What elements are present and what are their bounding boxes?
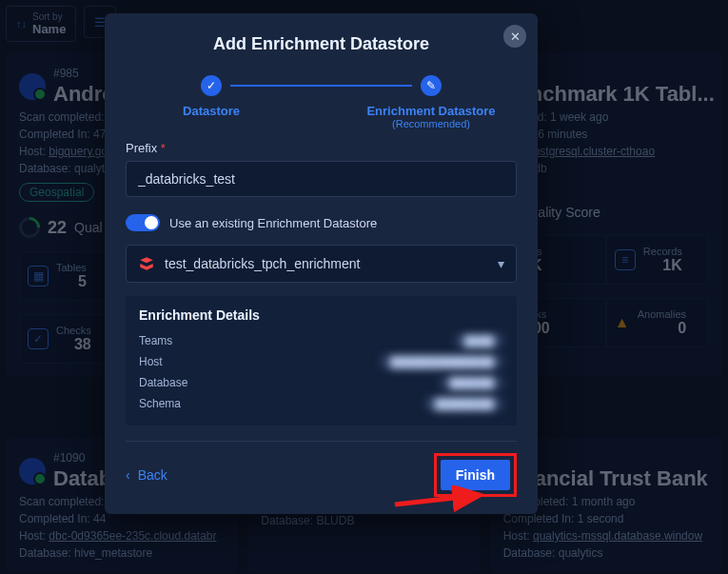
toggle-label: Use an existing Enrichment Datastore [169, 216, 377, 230]
details-title: Enrichment Details [139, 307, 503, 323]
enrichment-details: Enrichment Details Teams████ Host███████… [126, 296, 517, 426]
close-button[interactable]: ✕ [503, 25, 526, 48]
add-enrichment-modal: ✕ Add Enrichment Datastore ✓ Datastore .… [105, 13, 538, 514]
step-enrichment: ✎ Enrichment Datastore (Recommended) [345, 75, 517, 129]
detail-schema-value: ████████ [425, 397, 503, 410]
chevron-down-icon: ▾ [498, 256, 504, 271]
detail-teams-value: ████ [455, 334, 503, 347]
enrichment-datastore-select[interactable]: test_databricks_tpch_enrichment ▾ [126, 245, 517, 283]
use-existing-toggle[interactable] [126, 214, 160, 231]
detail-teams-label: Teams [139, 334, 172, 347]
finish-button[interactable]: Finish [441, 460, 510, 490]
prefix-label: Prefix * [126, 141, 517, 155]
check-icon: ✓ [201, 75, 222, 96]
detail-schema-label: Schema [139, 397, 181, 410]
close-icon: ✕ [510, 30, 521, 44]
select-value: test_databricks_tpch_enrichment [165, 256, 360, 271]
chevron-left-icon: ‹ [126, 467, 130, 483]
detail-database-label: Database [139, 376, 187, 389]
detail-database-value: ██████ [440, 376, 503, 389]
finish-highlight: Finish [434, 453, 517, 497]
detail-host-value: ██████████████ [381, 355, 503, 368]
databricks-icon [138, 255, 155, 272]
back-button[interactable]: ‹ Back [126, 467, 167, 483]
modal-title: Add Enrichment Datastore [126, 34, 517, 54]
detail-host-label: Host [139, 355, 163, 368]
pencil-icon: ✎ [421, 75, 442, 96]
prefix-input[interactable] [126, 161, 517, 197]
